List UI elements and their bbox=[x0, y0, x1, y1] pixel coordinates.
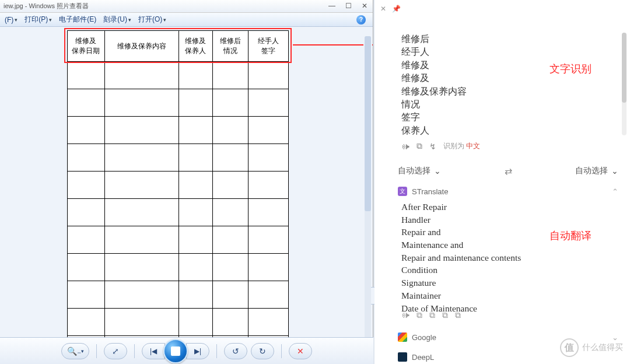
speak-button[interactable]: 🕪 bbox=[401, 142, 410, 151]
table-cell bbox=[68, 172, 105, 198]
table-row bbox=[67, 309, 289, 336]
slideshow-icon bbox=[171, 346, 180, 356]
fit-button[interactable]: ⤢ bbox=[104, 343, 127, 359]
table-row bbox=[67, 199, 289, 226]
stranslate-icon: 文 bbox=[398, 187, 407, 196]
section-stranslate[interactable]: 文 STranslate ⌃ bbox=[398, 183, 618, 200]
watermark-text: 什么值得买 bbox=[582, 342, 623, 353]
titlebar: iew.jpg - Windows 照片查看器 — ☐ ✕ bbox=[0, 0, 373, 13]
table-cell bbox=[105, 281, 179, 308]
divider bbox=[281, 344, 282, 358]
table-cell bbox=[213, 62, 249, 89]
prev-icon: |◀ bbox=[150, 347, 157, 355]
table-cell bbox=[213, 226, 249, 253]
viewer-toolbar: 🔍₋ ▾ ⤢ |◀ ▶| ↺ ↻ ✕ bbox=[0, 337, 373, 364]
menu-print[interactable]: 打印(P) bbox=[22, 13, 54, 26]
translation-line: After Repair bbox=[401, 201, 612, 214]
watermark: 值 什么值得买 bbox=[560, 338, 623, 357]
menu-email[interactable]: 电子邮件(E) bbox=[57, 13, 99, 26]
maximize-button[interactable]: ☐ bbox=[340, 0, 356, 12]
table-row bbox=[67, 144, 289, 172]
table-cell bbox=[213, 117, 249, 144]
table-cell bbox=[179, 144, 213, 171]
translate-panel: ✕ 📌 维修后经手人维修及维修及维修及保养内容情况签字保养人保养日期 文字识别 … bbox=[374, 0, 630, 364]
close-button[interactable]: ✕ bbox=[356, 0, 373, 12]
table-cell bbox=[179, 254, 213, 281]
rotate-ccw-button[interactable]: ↺ bbox=[224, 343, 247, 359]
ocr-scrollbar[interactable] bbox=[622, 33, 626, 135]
menu-file[interactable]: (F) bbox=[2, 15, 20, 25]
table-row bbox=[67, 226, 289, 254]
scrollbar-thumb[interactable] bbox=[365, 36, 371, 211]
highlight-box bbox=[64, 28, 292, 63]
rotate-ccw-icon: ↺ bbox=[232, 346, 239, 356]
menu-burn[interactable]: 刻录(U) bbox=[101, 13, 134, 26]
copy-button[interactable]: ⧉ bbox=[455, 310, 461, 320]
minimize-button[interactable]: — bbox=[324, 0, 340, 12]
zoom-icon: 🔍₋ bbox=[67, 346, 81, 356]
table-cell bbox=[249, 144, 288, 171]
swap-languages-button[interactable]: ⇄ bbox=[505, 166, 512, 177]
table-cell bbox=[179, 89, 213, 116]
copy-button[interactable]: ⧉ bbox=[442, 310, 448, 320]
table-cell bbox=[105, 62, 179, 89]
prev-button[interactable]: |◀ bbox=[142, 343, 165, 359]
source-lang-select[interactable]: 自动选择⌄ bbox=[398, 166, 441, 176]
close-panel-button[interactable]: ✕ bbox=[380, 5, 386, 13]
table-cell bbox=[249, 226, 288, 253]
table-cell bbox=[179, 199, 213, 226]
image-viewport: 维修及保养日期 维修及保养内容 维修及保养人 维修后情况 经手人签字 bbox=[0, 27, 373, 364]
next-button[interactable]: ▶| bbox=[186, 343, 209, 359]
document-image: 维修及保养日期 维修及保养内容 维修及保养人 维修后情况 经手人签字 bbox=[67, 30, 289, 363]
copy-button[interactable]: ⧉ bbox=[429, 310, 435, 320]
deepl-icon bbox=[398, 352, 407, 362]
copy-button[interactable]: ⧉ bbox=[416, 141, 422, 151]
google-icon bbox=[398, 332, 407, 342]
divider bbox=[134, 344, 135, 358]
table-cell bbox=[68, 117, 105, 144]
table-row bbox=[67, 281, 289, 309]
table-cell bbox=[105, 309, 179, 335]
table-cell bbox=[249, 309, 288, 335]
table-cell bbox=[68, 144, 105, 171]
table-cell bbox=[179, 226, 213, 253]
ocr-line: 经手人 bbox=[401, 46, 612, 58]
fit-icon: ⤢ bbox=[112, 346, 119, 356]
vertical-scrollbar[interactable] bbox=[363, 27, 372, 364]
nav-cluster: |◀ ▶| bbox=[142, 339, 209, 363]
table-cell bbox=[68, 226, 105, 253]
target-lang-select[interactable]: 自动选择⌄ bbox=[575, 166, 618, 176]
table-cell bbox=[105, 117, 179, 144]
table-cell bbox=[249, 117, 288, 144]
table-row bbox=[67, 62, 289, 89]
table-cell bbox=[249, 89, 288, 116]
copy-button[interactable]: ⧉ bbox=[416, 310, 422, 320]
rotate-cw-button[interactable]: ↻ bbox=[251, 343, 274, 359]
pin-icon[interactable]: 📌 bbox=[392, 5, 401, 13]
table-cell bbox=[68, 89, 105, 116]
table-cell bbox=[105, 226, 179, 253]
slideshow-button[interactable] bbox=[163, 339, 188, 363]
ocr-line: 签字 bbox=[401, 111, 612, 124]
scrollbar-thumb[interactable] bbox=[622, 33, 626, 103]
snake-button[interactable]: ↯ bbox=[429, 142, 436, 151]
table-cell bbox=[249, 199, 288, 226]
zoom-out-button[interactable]: 🔍₋ ▾ bbox=[61, 343, 89, 359]
table-cell bbox=[249, 62, 288, 89]
ocr-line: 情况 bbox=[401, 98, 612, 111]
ocr-toolbar: 🕪 ⧉ ↯ 识别为 中文 bbox=[401, 141, 480, 151]
delete-button[interactable]: ✕ bbox=[289, 343, 312, 359]
table-cell bbox=[68, 254, 105, 281]
chevron-up-icon: ⌃ bbox=[612, 187, 618, 196]
table-cell bbox=[68, 281, 105, 308]
ocr-line: 维修及保养内容 bbox=[401, 85, 612, 98]
translation-line: Maintainer bbox=[401, 289, 612, 302]
annotation-label-trans: 自动翻译 bbox=[550, 229, 592, 243]
help-icon[interactable]: ? bbox=[356, 15, 366, 24]
table-cell bbox=[68, 199, 105, 226]
table-cell bbox=[179, 117, 213, 144]
menu-open[interactable]: 打开(O) bbox=[136, 13, 169, 26]
table-cell bbox=[213, 89, 249, 116]
next-icon: ▶| bbox=[194, 347, 201, 355]
speak-button[interactable]: 🕪 bbox=[401, 310, 410, 320]
